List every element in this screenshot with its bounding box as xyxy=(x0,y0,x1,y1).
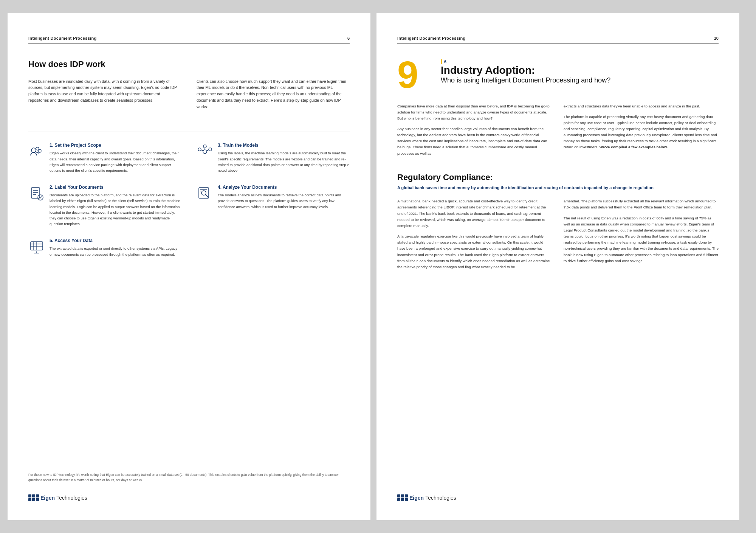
step-3: 3. Train the Models Using the labels, th… xyxy=(197,143,350,173)
step-4-icon xyxy=(197,185,213,202)
step-1-desc: Eigen works closely with the client to u… xyxy=(50,150,181,173)
logo-dot-6 xyxy=(36,498,39,501)
right-page: Intelligent Document Processing 10 9 6 I… xyxy=(376,13,739,520)
step-1: 1. Set the Project Scope Eigen works clo… xyxy=(28,143,181,173)
r-logo-dot-6 xyxy=(405,498,408,501)
divider xyxy=(28,132,350,132)
case-section-subtitle: A global bank saves time and money by au… xyxy=(397,185,719,191)
right-intro-col1-p1: Companies have more data at their dispos… xyxy=(397,103,552,121)
right-intro-col2-p2: The platform is capable of processing vi… xyxy=(564,114,719,151)
case-two-col: A multinational bank needed a quick, acc… xyxy=(397,198,719,275)
case-col2: amended. The platform successfully extra… xyxy=(564,198,719,275)
case-col1: A multinational bank needed a quick, acc… xyxy=(397,198,552,275)
chapter-header: 9 6 Industry Adoption: Who is using Inte… xyxy=(397,59,719,90)
intro-col2: Clients can also choose how much support… xyxy=(197,78,350,110)
chapter-sub-title: Who is using Intelligent Document Proces… xyxy=(441,76,610,85)
left-header-number: 6 xyxy=(347,36,350,40)
step-5: 5. Access Your Data The extracted data i… xyxy=(28,238,181,257)
step-1-content: 1. Set the Project Scope Eigen works clo… xyxy=(50,143,181,173)
section-title: How does IDP work xyxy=(28,59,350,69)
chapter-bg-number: 9 xyxy=(397,56,418,93)
svg-line-8 xyxy=(201,150,203,151)
right-footer-brand-eigen: Eigen xyxy=(409,495,424,501)
left-footer: EigenTechnologies xyxy=(28,494,350,501)
svg-point-3 xyxy=(203,150,207,154)
chapter-main-title: Industry Adoption: xyxy=(441,65,610,76)
step-4-content: 4. Analyze Your Documents The models ana… xyxy=(218,185,350,210)
pages-container: Intelligent Document Processing 6 How do… xyxy=(8,13,748,520)
step-4-title: 4. Analyze Your Documents xyxy=(218,185,350,190)
right-footer-logo-grid xyxy=(397,494,408,501)
logo-dot-2 xyxy=(32,494,35,497)
step-5-desc: The extracted data is exported or sent d… xyxy=(50,246,181,257)
svg-point-6 xyxy=(203,145,206,148)
right-header-title: Intelligent Document Processing xyxy=(397,36,465,40)
r-logo-dot-1 xyxy=(397,494,400,497)
r-logo-dot-4 xyxy=(397,498,400,501)
svg-point-4 xyxy=(198,148,201,151)
case-section-title: Regulatory Compliance: xyxy=(397,172,719,182)
chapter-title-block: 6 Industry Adoption: Who is using Intell… xyxy=(420,59,610,85)
svg-point-0 xyxy=(31,148,36,152)
right-page-header: Intelligent Document Processing 10 xyxy=(397,36,719,44)
intro-two-col: Most businesses are inundated daily with… xyxy=(28,78,350,110)
step-5-title: 5. Access Your Data xyxy=(50,238,181,243)
case-section: Regulatory Compliance: A global bank sav… xyxy=(397,172,719,275)
logo-dot-5 xyxy=(32,498,35,501)
footer-logo: EigenTechnologies xyxy=(28,494,87,501)
right-intro-col2-bold: We've compiled a few examples below. xyxy=(600,145,668,149)
logo-dot-1 xyxy=(28,494,31,497)
step-5-icon xyxy=(28,239,45,255)
step-1-title: 1. Set the Project Scope xyxy=(50,143,181,148)
right-content: 9 6 Industry Adoption: Who is using Inte… xyxy=(397,59,719,501)
logo-dot-3 xyxy=(36,494,39,497)
step-1-icon xyxy=(28,143,45,160)
case-col1-p1: A multinational bank needed a quick, acc… xyxy=(397,198,552,229)
step-2: 2. Label Your Documents Documents are up… xyxy=(28,185,181,227)
right-intro-col2: extracts and structures data they've bee… xyxy=(564,103,719,161)
step-2-content: 2. Label Your Documents Documents are up… xyxy=(50,185,181,227)
step-3-title: 3. Train the Models xyxy=(218,143,350,148)
intro-two-col: Companies have more data at their dispos… xyxy=(397,103,719,161)
chapter-overlay-num: 6 xyxy=(441,59,610,64)
right-footer-brand-tech: Technologies xyxy=(425,495,456,501)
step-3-desc: Using the labels, the machine learning m… xyxy=(218,150,350,173)
left-page-header: Intelligent Document Processing 6 xyxy=(28,36,350,44)
svg-point-2 xyxy=(38,149,41,152)
left-page: Intelligent Document Processing 6 How do… xyxy=(8,13,370,520)
footer-logo-grid xyxy=(28,494,39,501)
right-header-number: 10 xyxy=(714,36,719,40)
step-3-content: 3. Train the Models Using the labels, th… xyxy=(218,143,350,173)
svg-line-9 xyxy=(207,150,209,151)
intro-col1: Most businesses are inundated daily with… xyxy=(28,78,181,110)
footer-brand-tech: Technologies xyxy=(56,495,87,501)
right-footer-logo: EigenTechnologies xyxy=(397,494,456,501)
step-4-desc: The models analyze all new documents to … xyxy=(218,192,350,210)
step-5-content: 5. Access Your Data The extracted data i… xyxy=(50,238,181,257)
footnote-text: For those new to IDP technology, it's wo… xyxy=(28,472,350,483)
right-footer: EigenTechnologies xyxy=(397,483,719,501)
footer-brand-eigen: Eigen xyxy=(40,495,55,501)
case-col2-p2: The net result of using Eigen was a redu… xyxy=(564,215,719,264)
step-4: 4. Analyze Your Documents The models ana… xyxy=(197,185,350,227)
logo-dot-4 xyxy=(28,498,31,501)
step-3-icon xyxy=(197,143,213,160)
step-2-desc: Documents are uploaded to the platform, … xyxy=(50,192,181,227)
r-logo-dot-3 xyxy=(405,494,408,497)
step-2-icon xyxy=(28,185,45,202)
footnote-box: For those new to IDP technology, it's wo… xyxy=(28,467,350,483)
case-col2-p1: amended. The platform successfully extra… xyxy=(564,198,719,210)
svg-point-5 xyxy=(209,148,212,151)
step-2-title: 2. Label Your Documents xyxy=(50,185,181,190)
left-header-title: Intelligent Document Processing xyxy=(28,36,96,40)
case-col1-p2: A large-scale regulatory exercise like t… xyxy=(397,233,552,270)
right-intro-col1: Companies have more data at their dispos… xyxy=(397,103,552,161)
r-logo-dot-5 xyxy=(401,498,404,501)
r-logo-dot-2 xyxy=(401,494,404,497)
right-intro-col2-p2-text: The platform is capable of processing vi… xyxy=(564,115,717,149)
right-intro-col1-p2: Any business in any sector that handles … xyxy=(397,126,552,157)
svg-rect-10 xyxy=(31,188,40,198)
steps-grid: 1. Set the Project Scope Eigen works clo… xyxy=(28,143,350,257)
right-intro-col2-p1: extracts and structures data they've bee… xyxy=(564,103,719,109)
